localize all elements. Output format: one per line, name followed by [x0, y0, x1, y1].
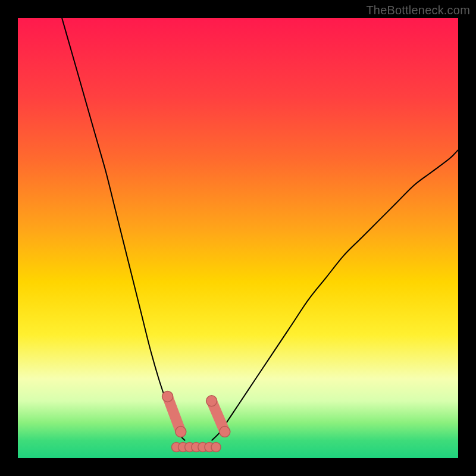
svg-point-5: [220, 427, 230, 437]
right-marker-band: [206, 396, 230, 437]
svg-point-1: [162, 391, 173, 402]
svg-point-2: [176, 427, 186, 437]
bottom-marker-dots: [171, 443, 221, 452]
watermark-text: TheBottleneck.com: [366, 4, 470, 17]
svg-point-4: [206, 396, 217, 406]
right-curve: [212, 150, 458, 440]
svg-point-13: [211, 443, 221, 452]
left-curve: [62, 18, 185, 440]
chart-frame: TheBottleneck.com: [0, 0, 476, 476]
chart-overlay: [18, 18, 458, 458]
left-marker-band: [162, 391, 186, 437]
